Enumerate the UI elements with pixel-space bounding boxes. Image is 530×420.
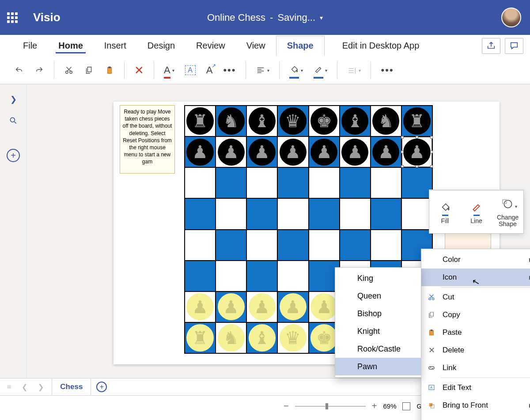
copy-button[interactable] [79, 61, 99, 79]
tab-review[interactable]: Review [186, 36, 236, 55]
chess-piece[interactable]: ♜ [403, 107, 430, 134]
chess-piece[interactable]: ♟ [280, 293, 307, 320]
mini-change-shape-button[interactable]: ▾ Change Shape [492, 191, 523, 233]
add-sheet-button[interactable]: + [96, 382, 107, 392]
board-square[interactable]: ♟ [277, 291, 308, 322]
canvas[interactable]: Ready to play Move taken chess pieces of… [27, 84, 530, 378]
board-square[interactable] [401, 167, 432, 198]
search-pane-button[interactable] [0, 110, 26, 131]
chess-piece[interactable]: ♟ [218, 139, 245, 166]
zoom-out-button[interactable]: − [284, 401, 289, 411]
board-square[interactable] [277, 167, 308, 198]
board-square[interactable]: ♟ [340, 136, 371, 167]
board-square[interactable]: ♜ [401, 106, 432, 136]
edit-in-desktop-button[interactable]: Edit in Desktop App [342, 41, 420, 51]
chess-piece[interactable]: ♞ [218, 324, 245, 351]
ctx-paste[interactable]: Paste [421, 324, 530, 341]
chess-piece[interactable]: ♝ [341, 107, 368, 134]
tab-file[interactable]: File [12, 36, 48, 55]
cut-button[interactable] [59, 61, 79, 79]
board-square[interactable] [216, 198, 246, 229]
tab-view[interactable]: View [236, 36, 276, 55]
board-square[interactable] [246, 261, 277, 291]
tab-design[interactable]: Design [137, 36, 186, 55]
undo-button[interactable] [9, 61, 29, 79]
board-square[interactable]: ♟ [246, 136, 277, 167]
shape-fill-button[interactable]: ▾ [284, 61, 308, 79]
board-square[interactable] [216, 261, 246, 291]
paste-button[interactable] [99, 61, 120, 79]
chess-piece[interactable]: ♝ [249, 107, 276, 134]
chess-piece[interactable]: ♚ [310, 324, 337, 351]
submenu-knight[interactable]: Knight [335, 322, 421, 340]
chess-piece[interactable]: ♟ [310, 139, 337, 166]
submenu-rook[interactable]: Rook/Castle [335, 340, 421, 358]
more-text-button[interactable]: ••• [218, 61, 241, 79]
sheet-list-button[interactable]: ≡ [4, 383, 14, 391]
board-square[interactable] [309, 230, 340, 261]
chess-piece[interactable]: ♟ [186, 293, 213, 320]
chess-piece[interactable]: ♟ [372, 139, 399, 166]
board-square[interactable] [185, 167, 216, 198]
chess-piece[interactable]: ♚ [310, 107, 337, 134]
add-shape-button[interactable]: + [7, 149, 20, 162]
board-square[interactable] [246, 230, 277, 261]
chess-piece[interactable]: ♛ [280, 107, 307, 134]
chess-piece[interactable]: ♝ [249, 324, 276, 351]
fit-to-window-button[interactable] [402, 402, 410, 410]
board-square[interactable]: ♟ [401, 136, 432, 167]
chess-piece[interactable]: ♜ [186, 324, 213, 351]
board-square[interactable] [277, 261, 308, 291]
ctx-cut[interactable]: Cut [421, 288, 530, 306]
board-square[interactable]: ♜ [185, 322, 216, 353]
submenu-queen[interactable]: Queen [335, 287, 421, 305]
board-square[interactable]: ♚ [309, 106, 340, 136]
ctx-delete[interactable]: ✕Delete [421, 341, 530, 359]
board-square[interactable]: ♞ [216, 322, 246, 353]
avatar[interactable] [501, 8, 521, 27]
sheet-tab[interactable]: Chess [52, 378, 91, 395]
ctx-copy[interactable]: Copy [421, 306, 530, 324]
chess-piece[interactable]: ♟ [280, 139, 307, 166]
board-square[interactable]: ♞ [216, 106, 246, 136]
board-square[interactable] [340, 167, 371, 198]
zoom-handle[interactable] [326, 403, 328, 409]
tab-shape[interactable]: Shape [276, 36, 325, 56]
board-square[interactable] [309, 167, 340, 198]
submenu-bishop[interactable]: Bishop [335, 305, 421, 322]
ctx-send-back[interactable]: Send to Back▶ [421, 414, 530, 420]
instruction-note[interactable]: Ready to play Move taken chess pieces of… [120, 105, 175, 174]
board-square[interactable] [216, 230, 246, 261]
board-square[interactable] [401, 198, 432, 229]
zoom-slider[interactable] [295, 406, 366, 407]
font-color-button[interactable]: A ▾ [159, 61, 180, 79]
sheet-prev-button[interactable]: ❮ [19, 383, 30, 391]
text-effects-button[interactable]: A↗ [201, 61, 218, 79]
paragraph-button[interactable]: ▾ [250, 61, 275, 79]
board-square[interactable]: ♟ [371, 136, 401, 167]
chess-piece[interactable]: ♜ [186, 107, 213, 134]
chess-piece[interactable]: ♟ [310, 293, 337, 320]
chess-piece[interactable]: ♞ [218, 107, 245, 134]
board-square[interactable]: ♟ [216, 136, 246, 167]
chess-piece[interactable]: ♟ [186, 139, 213, 166]
submenu-pawn[interactable]: Pawn [335, 358, 421, 375]
submenu-king[interactable]: King [335, 269, 421, 287]
tab-insert[interactable]: Insert [94, 36, 137, 55]
board-square[interactable] [185, 230, 216, 261]
board-square[interactable]: ♟ [309, 136, 340, 167]
redo-button[interactable] [29, 61, 49, 79]
board-square[interactable]: ♝ [246, 106, 277, 136]
text-box-button[interactable]: A [180, 61, 201, 79]
ctx-bring-front[interactable]: Bring to Front▶ [421, 397, 530, 414]
document-title[interactable]: Online Chess - Saving... ▾ [207, 12, 323, 23]
shapes-pane-toggle[interactable]: ❯ [0, 89, 26, 110]
waffle-button[interactable] [0, 0, 24, 35]
board-square[interactable] [277, 198, 308, 229]
ctx-edit-text[interactable]: AEdit Text [421, 379, 530, 397]
board-square[interactable]: ♟ [277, 136, 308, 167]
board-square[interactable] [185, 198, 216, 229]
board-square[interactable]: ♛ [277, 322, 308, 353]
board-square[interactable]: ♟ [216, 291, 246, 322]
board-square[interactable]: ♟ [185, 291, 216, 322]
